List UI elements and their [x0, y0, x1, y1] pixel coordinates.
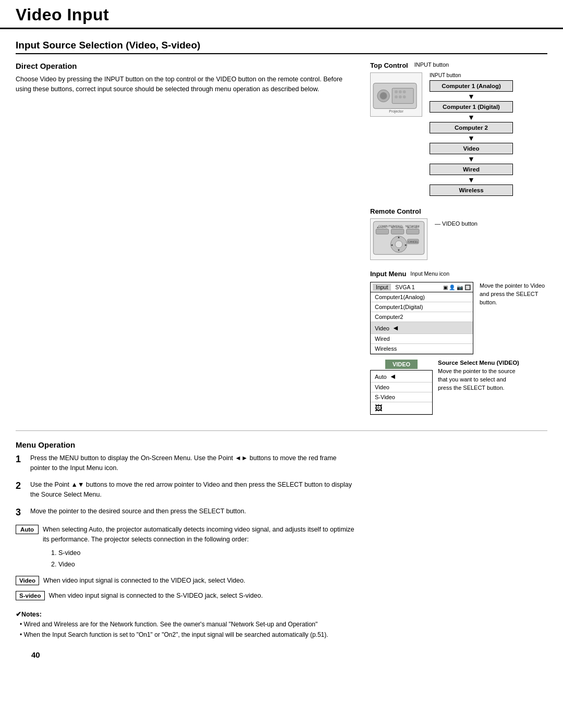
svg-text:AUTO PC: AUTO PC [377, 226, 387, 229]
source-menu-video: Video [371, 382, 432, 392]
input-menu-row-video: Video ◄ [371, 322, 473, 334]
input-menu-box: Input SVGA 1 ▣ 👤 📷 🔲 Computer1(Analog) C… [370, 282, 473, 354]
video-button-label: — VIDEO button [435, 218, 478, 227]
list-item-svideo: S-video [58, 547, 354, 559]
top-control-area: Top Control INPUT button [370, 61, 547, 197]
input-menu-input-tab: Input [373, 283, 391, 291]
step-text-3: Move the pointer to the desired source a… [30, 507, 246, 516]
source-menu-box: Auto ◄ Video S-Video 🖼 [370, 370, 433, 415]
input-menu-svga: SVGA 1 [395, 284, 414, 290]
projector-diagram: Projector [370, 72, 422, 118]
note-label-auto: Auto [16, 525, 39, 534]
source-select-notes: Source Select Menu (VIDEO) Move the poin… [438, 360, 521, 392]
svg-point-4 [395, 90, 398, 93]
source-select-note: Move the pointer to the source that you … [438, 367, 521, 392]
list-item-video: Video [58, 559, 354, 571]
svg-rect-17 [407, 229, 419, 235]
top-two-col: Direct Operation Choose Video by pressin… [16, 61, 547, 415]
flow-arrow-3: ▼ [430, 134, 513, 142]
flow-arrow-4: ▼ [430, 155, 513, 163]
input-menu-row-comp2: Computer2 [371, 312, 473, 322]
footer-note-2: • When the Input Search function is set … [20, 630, 354, 640]
svg-rect-15 [376, 229, 388, 235]
input-menu-header: Input SVGA 1 ▣ 👤 📷 🔲 [371, 282, 473, 292]
source-select-box-container: VIDEO Auto ◄ Video S-Video 🖼 [370, 360, 433, 415]
input-menu-icons: ▣ 👤 📷 🔲 [443, 285, 471, 290]
input-menu-row-comp1a: Computer1(Analog) [371, 292, 473, 302]
direct-operation-col: Direct Operation Choose Video by pressin… [16, 61, 354, 415]
bottom-right-col [370, 440, 547, 640]
note-svideo-text: When video input signal is connected to … [49, 591, 263, 601]
input-menu-row-wired: Wired [371, 334, 473, 344]
flow-arrow-5: ▼ [430, 176, 513, 183]
menu-op-heading: Menu Operation [16, 440, 354, 449]
notes-heading: ✔Notes: [16, 609, 354, 620]
svg-text:KEYSTONE: KEYSTONE [391, 226, 403, 229]
svg-rect-16 [391, 229, 403, 235]
input-menu-note: Move the pointer to Video and press the … [480, 282, 547, 307]
input-menu-content: Input SVGA 1 ▣ 👤 📷 🔲 Computer1(Analog) C… [370, 282, 547, 354]
svg-point-2 [380, 92, 387, 100]
svg-point-6 [403, 90, 406, 93]
flow-box-wireless: Wireless [430, 184, 513, 196]
remote-control-diagram: COMPUTER VIDEO NETWORK AUTO PC KEYSTONE … [370, 218, 547, 262]
input-menu-area: Input Menu Input Menu icon Input SVGA 1 … [370, 270, 547, 415]
svg-text:▼: ▼ [397, 249, 400, 252]
flow-box-computer1analog: Computer 1 (Analog) [430, 80, 513, 92]
svg-text:►: ► [405, 243, 408, 246]
flow-box-video: Video [430, 143, 513, 154]
flow-arrow-2: ▼ [430, 114, 513, 121]
bottom-section: Menu Operation 1 Press the MENU button t… [16, 440, 547, 640]
video-badge: VIDEO [385, 360, 418, 369]
flow-with-labels: INPUT button Computer 1 (Analog) ▼ Compu… [430, 72, 513, 197]
svg-text:▲: ▲ [397, 236, 400, 239]
menu-operation-col: Menu Operation 1 Press the MENU button t… [16, 440, 354, 640]
input-menu-header-row: Input Menu Input Menu icon [370, 270, 547, 280]
right-col: Top Control INPUT button [370, 61, 547, 415]
select-arrow-icon: ◄ [392, 324, 399, 332]
divider [16, 430, 547, 431]
direct-op-text: Choose Video by pressing the INPUT butto… [16, 75, 354, 95]
flow-box-computer2: Computer 2 [430, 122, 513, 133]
svg-point-7 [395, 95, 398, 98]
svg-point-8 [399, 95, 402, 98]
tc-header-row: Top Control INPUT button [370, 61, 547, 69]
input-menu-icon-label: Input Menu icon [410, 270, 449, 277]
step-2: 2 Use the Point ▲▼ buttons to move the r… [16, 480, 354, 500]
footer-notes: ✔Notes: • Wired and Wireless are for the… [16, 609, 354, 639]
note-svideo: S-video When video input signal is conne… [16, 591, 354, 601]
input-button-annotations: INPUT button [414, 61, 449, 68]
step-num-2: 2 [16, 480, 25, 492]
direct-op-heading: Direct Operation [16, 61, 354, 70]
source-menu-icon-row: 🖼 [371, 402, 432, 414]
step-3: 3 Move the pointer to the desired source… [16, 507, 354, 519]
note-video-text: When video input signal is connected to … [43, 576, 246, 586]
section-title: Input Source Selection (Video, S-video) [16, 40, 547, 54]
step-num-1: 1 [16, 453, 25, 465]
remote-diagram: COMPUTER VIDEO NETWORK AUTO PC KEYSTONE … [370, 218, 427, 262]
note-auto-content: When selecting Auto, the projector autom… [43, 525, 354, 571]
source-menu-svideo: S-Video [371, 392, 432, 402]
step-1: 1 Press the MENU button to display the O… [16, 453, 354, 474]
flow-box-wired: Wired [430, 164, 513, 175]
svg-text:CANCEL: CANCEL [408, 241, 418, 243]
auto-arrow-icon: ◄ [389, 372, 397, 380]
svg-text:AUTO SET: AUTO SET [408, 226, 419, 229]
input-button-label1: INPUT button [414, 61, 449, 68]
step-text-2: Use the Point ▲▼ buttons to move the red… [30, 480, 354, 500]
source-select-area: VIDEO Auto ◄ Video S-Video 🖼 Source Sele… [370, 360, 547, 415]
page-number: 40 [16, 650, 563, 670]
page-title: Video Input [16, 5, 547, 24]
remote-control-header: Remote Control [370, 207, 547, 215]
svg-point-9 [403, 95, 406, 98]
svg-text:◄: ◄ [390, 243, 393, 246]
note-label-video: Video [16, 576, 39, 585]
input-menu-label: Input Menu [370, 270, 406, 278]
svg-point-5 [399, 90, 402, 93]
note-label-svideo: S-video [16, 591, 45, 600]
step-num-3: 3 [16, 507, 25, 519]
input-button-label2: INPUT button [430, 72, 461, 78]
source-select-menu-label: Source Select Menu (VIDEO) [438, 360, 521, 366]
main-content: Input Source Selection (Video, S-video) … [0, 29, 563, 650]
step-text-1: Press the MENU button to display the On-… [30, 453, 354, 474]
